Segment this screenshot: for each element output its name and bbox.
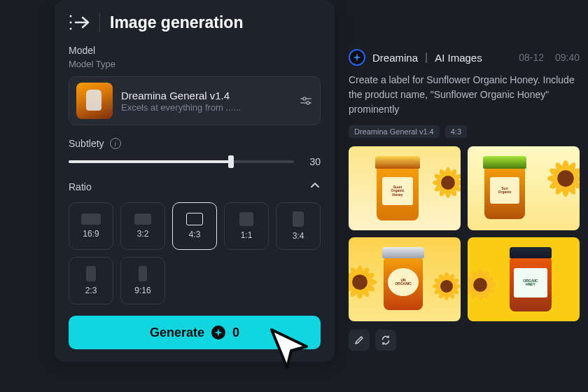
generate-label: Generate bbox=[150, 326, 204, 340]
ratio-grid: 16:93:24:31:13:42:39:16 bbox=[69, 202, 321, 304]
svg-point-2 bbox=[70, 28, 72, 30]
subtlety-label: Subtlety bbox=[69, 138, 104, 149]
generated-image-4[interactable]: ORGAIIC HNEY bbox=[468, 237, 580, 321]
app-name: Dreamina bbox=[372, 52, 418, 64]
model-thumbnail bbox=[76, 83, 113, 119]
ratio-shape-icon bbox=[81, 214, 101, 225]
generate-credits: 0 bbox=[232, 326, 239, 340]
subtlety-slider-row: 30 bbox=[69, 156, 321, 167]
result-time: 09:40 bbox=[555, 52, 580, 63]
model-text: Dreamina General v1.4 Excels at everythi… bbox=[121, 90, 290, 113]
image-4-label: ORGAIIC HNEY bbox=[514, 268, 547, 298]
credit-icon bbox=[211, 326, 225, 340]
prompt-text: Create a label for Sunflower Organic Hon… bbox=[349, 73, 580, 117]
info-icon[interactable]: i bbox=[110, 138, 121, 149]
regenerate-button[interactable] bbox=[375, 330, 396, 351]
model-description: Excels at everything from ...... bbox=[121, 102, 290, 113]
svg-point-0 bbox=[70, 15, 72, 18]
result-date: 08-12 bbox=[519, 52, 544, 63]
svg-point-1 bbox=[70, 22, 72, 24]
page-title: Image generation bbox=[110, 13, 243, 32]
meta-chips: Dreamina General v1.4 4:3 bbox=[349, 125, 580, 138]
svg-point-6 bbox=[307, 102, 309, 104]
ratio-shape-icon bbox=[139, 266, 147, 281]
image-1-label: Suun Organic Honey bbox=[382, 177, 413, 205]
generated-image-3[interactable]: UN ORGANIC bbox=[349, 237, 461, 321]
edit-button[interactable] bbox=[349, 330, 370, 351]
ratio-shape-icon bbox=[186, 213, 203, 225]
result-header: Dreamina | AI Images 08-12 09:40 bbox=[349, 49, 580, 66]
image-generation-panel: Image generation Model Model Type Dreami… bbox=[55, 0, 335, 362]
chevron-up-icon[interactable] bbox=[309, 180, 321, 194]
ratio-tile-2-3[interactable]: 2:3 bbox=[69, 257, 113, 304]
image-3-label: UN ORGANIC bbox=[388, 268, 419, 296]
ratio-label: Ratio bbox=[69, 181, 92, 192]
ratio-tile-9-16[interactable]: 9:16 bbox=[120, 257, 165, 304]
ratio-tile-1-1[interactable]: 1:1 bbox=[224, 202, 269, 250]
ratio-tile-label: 9:16 bbox=[134, 286, 150, 295]
result-subtype: AI Images bbox=[435, 52, 482, 64]
subtlety-label-row: Subtlety i bbox=[69, 138, 321, 149]
ratio-tile-label: 3:4 bbox=[293, 231, 304, 241]
generated-image-1[interactable]: Suun Organic Honey bbox=[349, 146, 461, 230]
expand-icon[interactable] bbox=[69, 13, 90, 31]
slider-handle[interactable] bbox=[228, 155, 234, 168]
ratio-shape-icon bbox=[293, 211, 304, 227]
separator: | bbox=[425, 51, 428, 64]
model-selector[interactable]: Dreamina General v1.4 Excels at everythi… bbox=[69, 76, 321, 125]
header-divider bbox=[99, 13, 100, 32]
ratio-tile-3-4[interactable]: 3:4 bbox=[276, 202, 321, 250]
adjust-icon[interactable] bbox=[299, 94, 313, 108]
ratio-tile-label: 16:9 bbox=[83, 229, 99, 239]
ratio-tile-4-3[interactable]: 4:3 bbox=[172, 202, 217, 250]
app-badge-icon bbox=[349, 49, 365, 66]
subtlety-value: 30 bbox=[304, 156, 321, 167]
ratio-tile-label: 3:2 bbox=[137, 229, 149, 239]
result-actions bbox=[349, 330, 580, 351]
ratio-tile-label: 2:3 bbox=[85, 286, 97, 295]
panel-header: Image generation bbox=[69, 13, 321, 32]
ratio-shape-icon bbox=[134, 214, 151, 225]
generate-button[interactable]: Generate 0 bbox=[69, 316, 321, 349]
ratio-tile-label: 1:1 bbox=[241, 230, 253, 240]
ratio-tile-label: 4:3 bbox=[189, 230, 201, 239]
ratio-shape-icon bbox=[239, 212, 253, 226]
meta-model-chip: Dreamina General v1.4 bbox=[349, 125, 440, 138]
subtlety-slider[interactable] bbox=[69, 160, 294, 163]
meta-ratio-chip: 4:3 bbox=[445, 125, 467, 138]
ratio-tile-16-9[interactable]: 16:9 bbox=[69, 202, 113, 250]
model-type-label: Model Type bbox=[69, 59, 321, 69]
model-section-label: Model bbox=[69, 45, 321, 56]
model-name: Dreamina General v1.4 bbox=[121, 90, 290, 102]
slider-fill bbox=[69, 160, 231, 163]
ratio-tile-3-2[interactable]: 3:2 bbox=[120, 202, 165, 250]
svg-point-4 bbox=[303, 97, 306, 100]
generated-image-2[interactable]: Sun Organic bbox=[468, 146, 580, 230]
image-2-label: Sun Organic bbox=[490, 177, 519, 204]
ratio-shape-icon bbox=[86, 266, 96, 281]
ratio-header[interactable]: Ratio bbox=[69, 180, 321, 194]
image-grid: Suun Organic Honey Sun Organic UN ORGANI… bbox=[349, 146, 580, 321]
results-panel: Dreamina | AI Images 08-12 09:40 Create … bbox=[342, 49, 587, 351]
